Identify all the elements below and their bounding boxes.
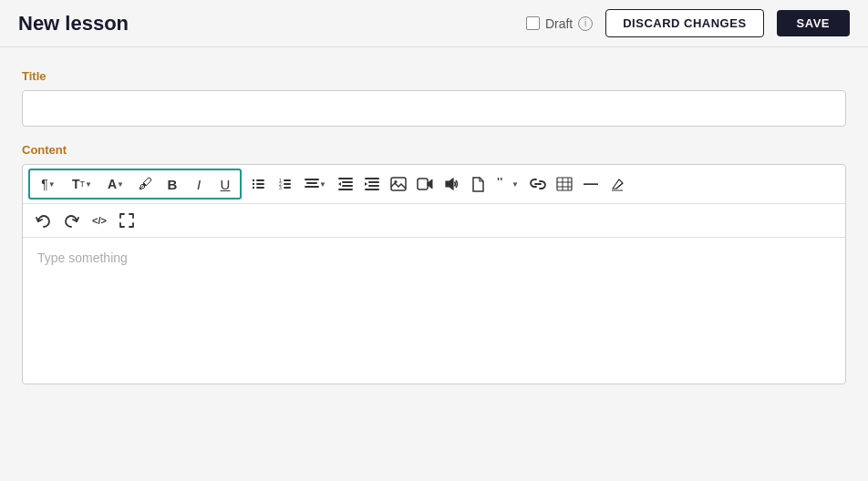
italic-button[interactable]: I <box>186 171 212 197</box>
text-size-button[interactable]: TT ▼ <box>66 171 98 197</box>
bold-button[interactable]: B <box>160 171 185 197</box>
outdent-icon <box>338 178 353 190</box>
svg-rect-17 <box>342 185 353 187</box>
outdent-button[interactable] <box>333 171 358 197</box>
bullet-list-button[interactable] <box>246 171 272 197</box>
font-button[interactable]: A ▼ <box>99 171 132 197</box>
font-icon: A <box>108 177 117 191</box>
editor-placeholder: Type something <box>37 251 128 265</box>
svg-rect-3 <box>256 183 264 185</box>
editor-body[interactable]: Type something <box>23 238 845 384</box>
content-label: Content <box>22 143 846 157</box>
svg-rect-5 <box>256 187 264 189</box>
audio-icon <box>444 177 459 191</box>
svg-rect-27 <box>418 179 428 189</box>
font-arrow: ▼ <box>117 180 124 189</box>
svg-rect-21 <box>368 181 379 183</box>
hr-button[interactable]: — <box>578 171 604 197</box>
draft-label-text: Draft <box>545 16 573 31</box>
list-group: 1.2.3. ▼ <box>246 171 385 197</box>
svg-text:3.: 3. <box>279 185 283 190</box>
indent-icon <box>365 178 379 190</box>
format-group-highlighted: ¶ ▼ TT ▼ A ▼ 🖋 B <box>28 169 242 200</box>
link-button[interactable] <box>525 171 551 197</box>
content-editor: ¶ ▼ TT ▼ A ▼ 🖋 B <box>22 164 846 384</box>
draft-checkbox[interactable] <box>526 16 540 30</box>
redo-button[interactable] <box>59 208 85 233</box>
svg-rect-12 <box>305 179 319 180</box>
color-button[interactable]: 🖋 <box>133 171 159 197</box>
quote-button[interactable]: " ▼ <box>491 171 524 197</box>
undo-button[interactable] <box>30 208 56 233</box>
image-button[interactable] <box>386 171 411 197</box>
discard-button[interactable]: DISCARD CHANGES <box>605 9 763 37</box>
eraser-icon <box>610 177 625 191</box>
paragraph-arrow: ▼ <box>48 180 56 189</box>
ordered-list-button[interactable]: 1.2.3. <box>273 171 298 197</box>
underline-icon: U <box>221 177 231 192</box>
svg-marker-29 <box>446 179 453 189</box>
link-icon <box>530 179 546 189</box>
svg-rect-20 <box>365 178 379 179</box>
video-button[interactable] <box>412 171 438 197</box>
svg-rect-7 <box>284 179 291 181</box>
bold-icon: B <box>168 177 178 192</box>
code-icon: </> <box>92 215 107 226</box>
svg-rect-1 <box>256 179 264 181</box>
image-icon <box>390 177 407 191</box>
bullet-list-icon <box>252 177 266 191</box>
clear-format-button[interactable] <box>604 171 630 197</box>
svg-rect-23 <box>365 189 379 190</box>
color-icon: 🖋 <box>139 176 153 192</box>
media-group: " ▼ — <box>386 171 630 197</box>
svg-marker-24 <box>365 182 367 186</box>
undo-icon <box>36 213 50 228</box>
svg-rect-15 <box>338 178 353 179</box>
fullscreen-icon <box>119 213 134 228</box>
svg-rect-18 <box>338 189 353 190</box>
text-size-icon: T <box>72 177 80 191</box>
indent-button[interactable] <box>359 171 385 197</box>
main-content: Title Content ¶ ▼ TT ▼ A ▼ <box>0 47 868 406</box>
file-icon <box>471 177 484 192</box>
align-button[interactable]: ▼ <box>299 171 332 197</box>
page-title: New lesson <box>18 12 129 36</box>
redo-icon <box>65 213 79 228</box>
svg-rect-9 <box>284 183 291 185</box>
editor-toolbar-row2: </> <box>23 204 845 238</box>
svg-rect-22 <box>368 185 379 187</box>
paragraph-icon: ¶ <box>41 177 48 191</box>
underline-button[interactable]: U <box>212 171 238 197</box>
title-input[interactable] <box>22 90 846 127</box>
draft-toggle[interactable]: Draft i <box>526 16 593 31</box>
quote-icon: " <box>497 178 512 190</box>
svg-point-4 <box>253 187 254 189</box>
table-icon <box>556 177 573 191</box>
svg-rect-13 <box>306 182 317 184</box>
title-label: Title <box>22 69 846 83</box>
code-view-button[interactable]: </> <box>88 208 110 233</box>
svg-rect-16 <box>342 181 353 183</box>
svg-marker-19 <box>338 182 341 186</box>
svg-text:": " <box>497 178 502 190</box>
text-size-arrow: ▼ <box>85 180 92 189</box>
video-icon <box>417 178 433 190</box>
save-button[interactable]: SAVE <box>777 10 850 36</box>
hr-icon: — <box>584 176 598 192</box>
table-button[interactable] <box>552 171 577 197</box>
ordered-list-icon: 1.2.3. <box>278 177 293 191</box>
draft-info-icon[interactable]: i <box>578 16 593 31</box>
audio-button[interactable] <box>439 171 464 197</box>
align-icon <box>305 179 319 189</box>
svg-rect-32 <box>557 178 572 190</box>
editor-toolbar: ¶ ▼ TT ▼ A ▼ 🖋 B <box>23 165 845 204</box>
svg-rect-11 <box>284 187 291 189</box>
header-actions: Draft i DISCARD CHANGES SAVE <box>526 9 850 37</box>
svg-rect-14 <box>305 186 319 188</box>
svg-line-38 <box>616 183 623 189</box>
file-button[interactable] <box>465 171 491 197</box>
italic-icon: I <box>197 177 201 192</box>
svg-point-2 <box>253 183 254 185</box>
paragraph-button[interactable]: ¶ ▼ <box>32 171 65 197</box>
fullscreen-button[interactable] <box>114 208 140 233</box>
